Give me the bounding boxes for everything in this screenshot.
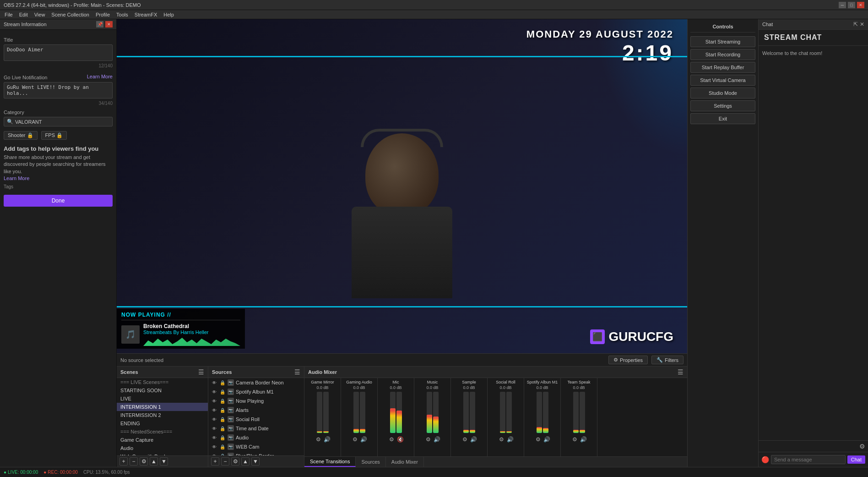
properties-button[interactable]: ⚙ Properties — [608, 356, 648, 364]
menu-view[interactable]: View — [32, 10, 48, 19]
start-replay-buffer-button[interactable]: Start Replay Buffer — [690, 62, 755, 73]
source-visibility-2[interactable]: 👁 — [211, 398, 217, 404]
tab-scene-transitions[interactable]: Scene Transitions — [304, 457, 356, 467]
ch-mute-0[interactable]: 🔊 — [323, 436, 331, 443]
sources-menu-btn[interactable]: ☰ — [294, 368, 300, 376]
done-button[interactable]: Done — [4, 195, 113, 207]
menu-scene-collection[interactable]: Scene Collection — [49, 10, 92, 19]
source-item-1[interactable]: 👁 🔒 📷 Spotify Albun M1 — [208, 387, 304, 396]
scene-item-8[interactable]: Audio — [117, 444, 208, 452]
source-lock-0[interactable]: 🔒 — [219, 379, 226, 386]
chat-send-button[interactable]: Chat — [847, 455, 865, 464]
scene-item-4[interactable]: INTERMISSION 2 — [117, 411, 208, 419]
source-visibility-5[interactable]: 👁 — [211, 425, 217, 432]
maximize-button[interactable]: □ — [848, 2, 855, 8]
scene-settings-button[interactable]: ⚙ — [140, 457, 148, 466]
source-lock-2[interactable]: 🔒 — [219, 398, 226, 404]
source-visibility-4[interactable]: 👁 — [211, 416, 217, 422]
close-button[interactable]: ✕ — [857, 2, 864, 8]
tab-sources[interactable]: Sources — [356, 457, 385, 467]
chat-input[interactable] — [771, 455, 846, 464]
source-lock-7[interactable]: 🔒 — [219, 444, 226, 450]
start-recording-button[interactable]: Start Recording — [690, 49, 755, 60]
ch-mute-1[interactable]: 🔊 — [360, 436, 367, 443]
source-visibility-0[interactable]: 👁 — [211, 379, 217, 386]
source-lock-5[interactable]: 🔒 — [219, 425, 226, 432]
scene-item-1[interactable]: STARTING SOON — [117, 386, 208, 395]
remove-source-button[interactable]: − — [221, 457, 229, 466]
ch-mute-5[interactable]: 🔊 — [506, 436, 514, 443]
source-item-3[interactable]: 👁 🔒 📷 Alarts — [208, 406, 304, 415]
ch-mute-7[interactable]: 🔊 — [580, 436, 587, 443]
ch-settings-4[interactable]: ⚙ — [461, 436, 468, 443]
source-down-button[interactable]: ▼ — [251, 457, 260, 466]
scene-item-3[interactable]: INTERMISSION 1 — [117, 403, 208, 411]
source-visibility-7[interactable]: 👁 — [211, 444, 217, 450]
menu-tools[interactable]: Tools — [114, 10, 131, 19]
source-item-5[interactable]: 👁 🔒 📷 Time and Date — [208, 424, 304, 433]
source-item-4[interactable]: 👁 🔒 📷 Social Roll — [208, 415, 304, 424]
ch-mute-3[interactable]: 🔊 — [433, 436, 440, 443]
chat-gear-icon[interactable]: ⚙ — [859, 443, 865, 450]
tag-shooter[interactable]: Shooter 🔒 — [4, 131, 38, 140]
ch-mute-2[interactable]: 🔇 — [396, 436, 404, 443]
source-lock-3[interactable]: 🔒 — [219, 407, 226, 413]
menu-edit[interactable]: Edit — [16, 10, 31, 19]
source-item-2[interactable]: 👁 🔒 📷 Now Playing — [208, 396, 304, 406]
source-lock-6[interactable]: 🔒 — [219, 434, 226, 441]
start-virtual-camera-button[interactable]: Start Virtual Camera — [690, 75, 755, 86]
source-item-0[interactable]: 👁 🔒 📷 Camera Border Neon — [208, 378, 304, 387]
menu-help[interactable]: Help — [161, 10, 177, 19]
scene-item-6[interactable]: === NestedScenes=== — [117, 428, 208, 436]
start-streaming-button[interactable]: Start Streaming — [690, 36, 755, 47]
ch-settings-0[interactable]: ⚙ — [315, 436, 322, 443]
tag-fps[interactable]: FPS 🔒 — [41, 131, 67, 140]
scene-item-7[interactable]: Game Capture — [117, 436, 208, 444]
add-scene-button[interactable]: + — [119, 457, 128, 466]
ch-mute-4[interactable]: 🔊 — [470, 436, 477, 443]
ch-mute-6[interactable]: 🔊 — [543, 436, 550, 443]
source-item-7[interactable]: 👁 🔒 📷 WEB Cam — [208, 442, 304, 451]
source-up-button[interactable]: ▲ — [241, 457, 250, 466]
tab-audio-mixer[interactable]: Audio Mixer — [386, 457, 424, 467]
ch-settings-2[interactable]: ⚙ — [388, 436, 395, 443]
ch-settings-1[interactable]: ⚙ — [351, 436, 358, 443]
title-input[interactable]: DooDoo Aimer — [4, 44, 113, 61]
scene-item-9[interactable]: Web Cam with Borders — [117, 452, 208, 455]
scene-item-2[interactable]: LIVE — [117, 395, 208, 403]
filters-button[interactable]: 🔧 Filters — [651, 356, 684, 364]
settings-button[interactable]: Settings — [690, 100, 755, 111]
scene-item-0[interactable]: === LIVE Scenes=== — [117, 378, 208, 386]
minimize-button[interactable]: ─ — [839, 2, 846, 8]
menu-file[interactable]: File — [2, 10, 16, 19]
menu-profile[interactable]: Profile — [93, 10, 113, 19]
mixer-menu-btn[interactable]: ☰ — [678, 368, 684, 376]
add-source-button[interactable]: + — [211, 457, 219, 466]
studio-mode-button[interactable]: Studio Mode — [690, 88, 755, 99]
source-visibility-6[interactable]: 👁 — [211, 434, 217, 441]
scenes-menu-btn[interactable]: ☰ — [198, 368, 204, 376]
source-visibility-1[interactable]: 👁 — [211, 389, 217, 395]
scene-down-button[interactable]: ▼ — [160, 457, 168, 466]
remove-scene-button[interactable]: − — [130, 457, 138, 466]
chat-undock-button[interactable]: ⇱ — [853, 21, 858, 27]
source-visibility-3[interactable]: 👁 — [211, 407, 217, 413]
scene-up-button[interactable]: ▲ — [150, 457, 158, 466]
notification-input[interactable]: GuRu Went LIVE!! Drop by an hola... — [4, 82, 113, 99]
menu-streamfx[interactable]: StreamFX — [132, 10, 160, 19]
ch-settings-7[interactable]: ⚙ — [571, 436, 578, 443]
stream-info-close[interactable]: ✕ — [105, 21, 113, 27]
learn-more-notification[interactable]: Learn More — [87, 74, 113, 79]
category-search[interactable]: 🔍 — [4, 117, 113, 126]
category-input[interactable] — [15, 119, 109, 125]
source-item-8[interactable]: 👁 🔒 📷 Blue/Blue Border — [208, 451, 304, 455]
learn-more-tags[interactable]: Learn More — [4, 175, 29, 181]
stream-info-pin[interactable]: 📌 — [96, 21, 103, 27]
ch-settings-5[interactable]: ⚙ — [498, 436, 505, 443]
chat-close-button[interactable]: ✕ — [860, 21, 864, 27]
source-lock-1[interactable]: 🔒 — [219, 389, 226, 395]
scene-item-5[interactable]: ENDING — [117, 419, 208, 428]
exit-button[interactable]: Exit — [690, 113, 755, 124]
source-item-6[interactable]: 👁 🔒 📷 Audio — [208, 433, 304, 442]
ch-settings-3[interactable]: ⚙ — [424, 436, 432, 443]
